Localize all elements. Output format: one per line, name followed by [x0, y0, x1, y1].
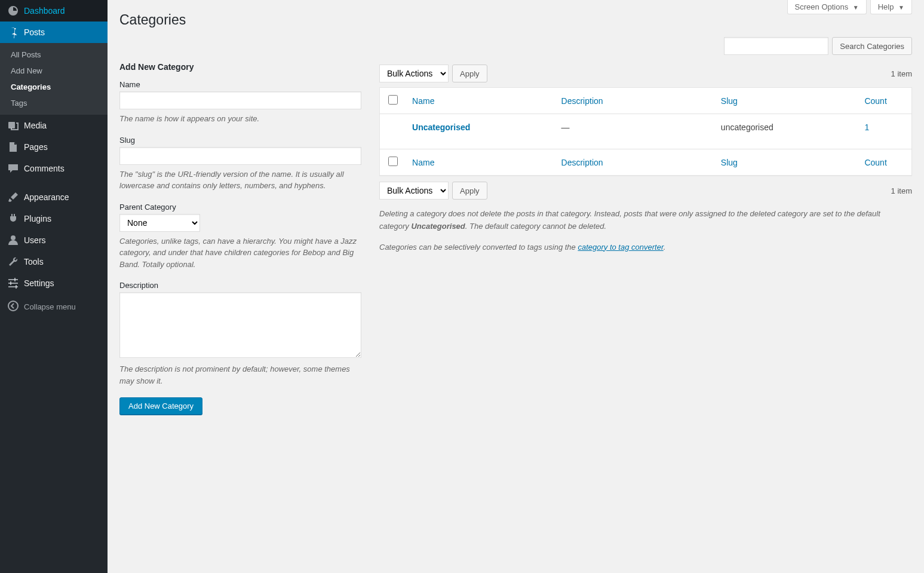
category-name-link[interactable]: Uncategorised	[412, 122, 470, 132]
search-input[interactable]	[724, 37, 828, 55]
menu-label: Posts	[24, 27, 45, 37]
screen-options-tab[interactable]: Screen Options ▼	[787, 0, 867, 14]
col-slug-header[interactable]: Slug	[721, 96, 738, 106]
comment-icon	[7, 163, 19, 174]
name-label: Name	[119, 80, 361, 89]
categories-list-panel: Bulk Actions Apply 1 item Name Descripti…	[379, 62, 912, 415]
menu-media[interactable]: Media	[0, 115, 108, 136]
collapse-icon	[7, 300, 19, 314]
plug-icon	[7, 213, 19, 225]
menu-label: Plugins	[24, 214, 51, 223]
collapse-label: Collapse menu	[24, 302, 76, 311]
svg-rect-7	[16, 285, 17, 289]
bulk-actions-select-bottom[interactable]: Bulk Actions	[379, 182, 449, 200]
slug-desc: The "slug" is the URL-friendly version o…	[119, 168, 361, 192]
brush-icon	[7, 191, 19, 203]
media-icon	[7, 119, 19, 131]
table-row: Uncategorised — uncategorised 1	[380, 114, 912, 149]
slug-input[interactable]	[119, 147, 361, 165]
user-icon	[7, 234, 19, 246]
menu-label: Settings	[24, 278, 54, 288]
menu-dashboard[interactable]: Dashboard	[0, 0, 108, 22]
submenu-all-posts[interactable]: All Posts	[0, 47, 108, 63]
menu-label: Appearance	[24, 192, 69, 202]
menu-tools[interactable]: Tools	[0, 251, 108, 272]
wrench-icon	[7, 256, 19, 268]
slug-label: Slug	[119, 136, 361, 145]
menu-label: Users	[24, 235, 46, 245]
select-all-checkbox-top[interactable]	[388, 95, 398, 105]
help-label: Help	[878, 2, 894, 11]
menu-label: Media	[24, 121, 47, 130]
page-icon	[7, 141, 19, 153]
menu-label: Comments	[24, 164, 65, 173]
item-count-top: 1 item	[891, 69, 912, 78]
col-count-header[interactable]: Count	[864, 96, 886, 106]
item-count-bottom: 1 item	[891, 186, 912, 195]
menu-plugins[interactable]: Plugins	[0, 208, 108, 229]
svg-rect-0	[8, 122, 15, 128]
categories-table: Name Description Slug Count Uncategorise…	[379, 87, 912, 176]
category-slug: uncategorised	[715, 114, 859, 149]
main-content: Screen Options ▼ Help ▼ Categories Searc…	[108, 0, 924, 573]
chevron-down-icon: ▼	[853, 4, 859, 11]
col-count-footer[interactable]: Count	[864, 158, 886, 167]
category-tag-converter-link[interactable]: category to tag converter	[578, 243, 663, 252]
form-title: Add New Category	[119, 62, 361, 72]
menu-comments[interactable]: Comments	[0, 158, 108, 179]
col-name-footer[interactable]: Name	[412, 158, 434, 167]
menu-posts[interactable]: Posts	[0, 22, 108, 43]
apply-button-bottom[interactable]: Apply	[452, 182, 487, 200]
menu-pages[interactable]: Pages	[0, 136, 108, 158]
menu-label: Dashboard	[24, 6, 65, 16]
svg-rect-5	[14, 278, 16, 281]
col-desc-header[interactable]: Description	[561, 96, 603, 106]
dashboard-icon	[7, 5, 19, 17]
submenu-tags[interactable]: Tags	[0, 95, 108, 111]
select-all-checkbox-bottom[interactable]	[388, 157, 398, 166]
category-desc: —	[555, 114, 715, 149]
bulk-actions-select-top[interactable]: Bulk Actions	[379, 65, 449, 82]
note-default-category: Uncategorised	[411, 222, 465, 231]
submenu-categories[interactable]: Categories	[0, 79, 108, 95]
col-slug-footer[interactable]: Slug	[721, 158, 738, 167]
parent-label: Parent Category	[119, 203, 361, 212]
svg-point-1	[11, 235, 16, 240]
category-count-link[interactable]: 1	[864, 122, 869, 132]
name-desc: The name is how it appears on your site.	[119, 113, 361, 125]
menu-settings[interactable]: Settings	[0, 272, 108, 294]
menu-users[interactable]: Users	[0, 229, 108, 251]
sliders-icon	[7, 277, 19, 289]
collapse-menu[interactable]: Collapse menu	[0, 294, 108, 320]
svg-rect-3	[8, 283, 18, 284]
svg-point-8	[8, 301, 18, 311]
admin-sidebar: Dashboard Posts All Posts Add New Catego…	[0, 0, 108, 573]
screen-options-label: Screen Options	[795, 2, 849, 11]
add-category-button[interactable]: Add New Category	[119, 397, 202, 415]
name-input[interactable]	[119, 91, 361, 109]
search-categories-button[interactable]: Search Categories	[832, 37, 912, 55]
parent-select[interactable]: None	[119, 214, 200, 232]
menu-label: Tools	[24, 257, 44, 266]
chevron-down-icon: ▼	[898, 4, 904, 11]
add-category-form: Add New Category Name The name is how it…	[119, 62, 361, 415]
svg-rect-2	[8, 279, 18, 280]
description-desc: The description is not prominent by defa…	[119, 363, 361, 387]
apply-button-top[interactable]: Apply	[452, 65, 487, 82]
pin-icon	[7, 26, 19, 38]
description-label: Description	[119, 281, 361, 290]
svg-rect-6	[10, 281, 11, 285]
col-desc-footer[interactable]: Description	[561, 158, 603, 167]
submenu-add-new[interactable]: Add New	[0, 63, 108, 79]
menu-label: Pages	[24, 142, 48, 152]
posts-submenu: All Posts Add New Categories Tags	[0, 43, 108, 115]
parent-desc: Categories, unlike tags, can have a hier…	[119, 235, 361, 271]
note-text: .	[664, 243, 666, 252]
note-text: Categories can be selectively converted …	[379, 243, 578, 252]
description-textarea[interactable]	[119, 292, 361, 358]
col-name-header[interactable]: Name	[412, 96, 434, 106]
menu-appearance[interactable]: Appearance	[0, 186, 108, 208]
footer-notes: Deleting a category does not delete the …	[379, 208, 912, 253]
note-text: . The default category cannot be deleted…	[465, 222, 606, 231]
help-tab[interactable]: Help ▼	[870, 0, 912, 14]
